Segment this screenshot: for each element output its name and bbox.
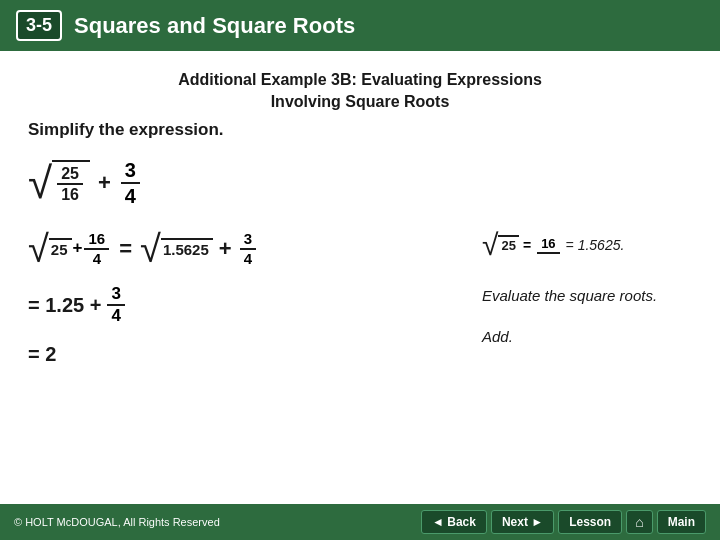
lesson-badge: 3-5: [16, 10, 62, 41]
row2-expression: √ 25 + 16 4 = √ 1.5625 + 3 4: [28, 230, 462, 268]
lesson-button[interactable]: Lesson: [558, 510, 622, 534]
sqrt-fraction-row1: √ 25 16: [28, 160, 90, 206]
fraction-3-4-row3: 3 4: [107, 284, 124, 327]
radical-content-2: 25: [49, 238, 72, 259]
copyright: © HOLT McDOUGAL, All Rights Reserved: [14, 516, 220, 528]
plus-op-1: +: [98, 170, 111, 196]
note-fraction-16: 16: [535, 235, 561, 253]
radical-content-1: 25 16: [52, 160, 90, 206]
notes-column: √ 25 = 16 = 1.5625. Evaluate the square …: [482, 230, 692, 348]
radical-symbol-note: √: [482, 232, 498, 258]
footer-nav: ◄ Back Next ► Lesson ⌂ Main: [421, 510, 706, 534]
sqrt-25-note: √ 25: [482, 232, 519, 258]
next-button[interactable]: Next ►: [491, 510, 554, 534]
fraction-3-4-row2: 3 4: [240, 230, 256, 268]
equals-2: =: [119, 236, 132, 262]
expressions-column: √ 25 + 16 4 = √ 1.5625 + 3 4: [28, 230, 462, 382]
equals-2-result: = 2: [28, 343, 56, 366]
main-content: Additional Example 3B: Evaluating Expres…: [0, 51, 720, 400]
sqrt-25: √ 25: [28, 233, 72, 265]
radical-symbol-3: √: [140, 233, 161, 265]
footer: © HOLT McDOUGAL, All Rights Reserved ◄ B…: [0, 504, 720, 540]
row4-expression: = 2: [28, 343, 462, 366]
note-fraction-note: =: [523, 237, 531, 253]
radical-content-3: 1.5625: [161, 238, 213, 259]
note-row3: Evaluate the square roots.: [482, 285, 692, 306]
home-button[interactable]: ⌂: [626, 510, 652, 534]
header: 3-5 Squares and Square Roots: [0, 0, 720, 51]
fraction-16-4: 16 4: [84, 230, 109, 268]
row3-expression: = 1.25 + 3 4: [28, 284, 462, 327]
fraction-25-16: 25 16: [57, 164, 83, 204]
radical-symbol-1: √: [28, 164, 52, 201]
note-text-2: = 1.5625.: [566, 237, 625, 253]
simplify-label: Simplify the expression.: [28, 120, 692, 140]
note-evaluate: Evaluate the square roots.: [482, 287, 657, 304]
equals-1.25: = 1.25 +: [28, 294, 101, 317]
example-title: Additional Example 3B: Evaluating Expres…: [28, 69, 692, 114]
back-button[interactable]: ◄ Back: [421, 510, 487, 534]
plus-op-2: +: [219, 236, 232, 262]
row1-expression: √ 25 16 + 3 4: [28, 158, 692, 208]
radical-content-note: 25: [498, 235, 518, 254]
note-row4: Add.: [482, 326, 692, 347]
main-button[interactable]: Main: [657, 510, 706, 534]
note-row2: √ 25 = 16 = 1.5625.: [482, 232, 692, 258]
sqrt-1.5625: √ 1.5625: [140, 233, 213, 265]
note-add: Add.: [482, 328, 513, 345]
plus-16-over-4: + 16 4: [73, 230, 112, 268]
note-frac: 16: [537, 236, 559, 254]
fraction-3-4-row1: 3 4: [121, 158, 140, 208]
header-title: Squares and Square Roots: [74, 13, 355, 39]
radical-symbol-2: √: [28, 233, 49, 265]
